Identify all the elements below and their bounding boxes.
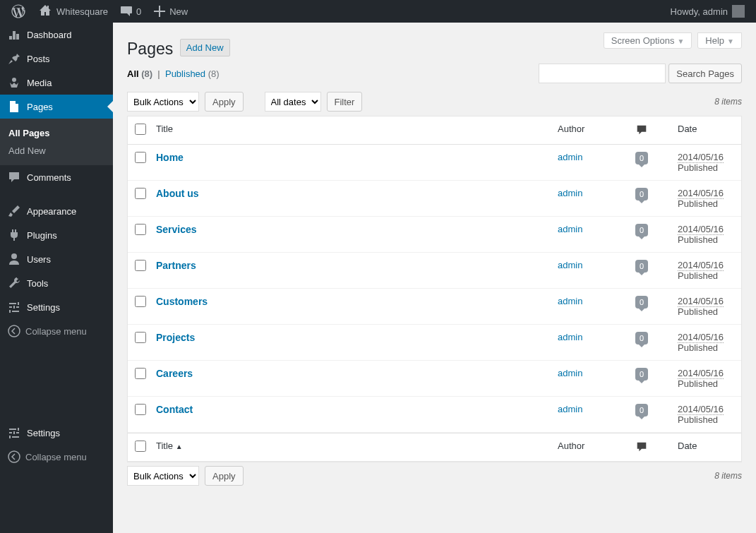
collapse-icon	[7, 324, 21, 338]
page-title-link[interactable]: About us	[156, 188, 199, 199]
menu-media[interactable]: Media	[0, 71, 113, 95]
collapse-menu[interactable]: Collapse menu	[0, 319, 113, 343]
comment-count: 0	[136, 6, 141, 17]
tf-comments[interactable]	[628, 433, 671, 461]
filter-button[interactable]: Filter	[327, 92, 363, 112]
tf-date[interactable]: Date	[671, 433, 741, 461]
page-title-link[interactable]: Partners	[156, 260, 196, 271]
th-title[interactable]: Title	[149, 116, 551, 145]
brush-icon	[7, 204, 21, 218]
row-checkbox[interactable]	[135, 332, 146, 343]
th-author[interactable]: Author	[551, 116, 628, 145]
help-button[interactable]: Help▼	[697, 32, 742, 49]
plus-icon	[152, 4, 167, 18]
author-link[interactable]: admin	[558, 152, 582, 162]
select-all-checkbox-bottom[interactable]	[135, 441, 146, 452]
wp-logo-menu[interactable]	[6, 0, 34, 23]
svg-point-0	[12, 78, 16, 82]
menu-comments[interactable]: Comments	[0, 165, 113, 189]
th-date[interactable]: Date	[671, 116, 741, 145]
th-comments[interactable]	[628, 116, 671, 145]
menu-dashboard-label: Dashboard	[27, 30, 72, 40]
row-checkbox[interactable]	[135, 404, 146, 415]
menu-separator	[0, 189, 113, 199]
menu-settings-dup[interactable]: Settings	[0, 421, 113, 445]
account-link[interactable]: Howdy, admin	[665, 0, 750, 23]
comment-count-bubble[interactable]: 0	[635, 224, 648, 236]
search-input[interactable]	[539, 64, 666, 83]
row-checkbox[interactable]	[135, 224, 146, 235]
bulk-actions-select-bottom[interactable]: Bulk Actions	[127, 466, 199, 486]
bulk-actions-select[interactable]: Bulk Actions	[127, 92, 199, 112]
author-link[interactable]: admin	[558, 368, 582, 378]
menu-pages[interactable]: Pages	[0, 95, 113, 119]
page-title-link[interactable]: Projects	[156, 332, 195, 343]
page-title-link[interactable]: Customers	[156, 296, 208, 307]
comment-count-bubble[interactable]: 0	[635, 368, 648, 381]
row-date: 2014/05/16	[678, 260, 724, 271]
menu-users-label: Users	[27, 254, 51, 265]
comment-count-bubble[interactable]: 0	[635, 404, 648, 417]
menu-plugins[interactable]: Plugins	[0, 223, 113, 247]
row-date: 2014/05/16	[678, 188, 724, 199]
items-count-bottom: 8 items	[714, 471, 742, 481]
new-content-link[interactable]: New	[147, 0, 193, 23]
menu-appearance[interactable]: Appearance	[0, 199, 113, 223]
menu-plugins-label: Plugins	[27, 230, 57, 241]
page-title-link[interactable]: Services	[156, 224, 197, 235]
apply-button-bottom[interactable]: Apply	[205, 466, 244, 486]
media-icon	[7, 76, 21, 90]
tf-title[interactable]: Title ▲	[149, 433, 551, 461]
menu-posts-label: Posts	[27, 54, 50, 64]
tablenav-top: Bulk Actions Apply All dates Filter 8 it…	[127, 88, 742, 116]
menu-posts[interactable]: Posts	[0, 47, 113, 71]
site-name-link[interactable]: Whitesquare	[34, 0, 114, 23]
menu-settings[interactable]: Settings	[0, 295, 113, 319]
table-row: Customersadmin02014/05/16Published	[128, 289, 741, 325]
add-new-button[interactable]: Add New	[180, 39, 230, 56]
menu-dashboard[interactable]: Dashboard	[0, 23, 113, 47]
items-count-top: 8 items	[714, 97, 742, 107]
page-title-link[interactable]: Careers	[156, 368, 193, 379]
row-checkbox[interactable]	[135, 152, 146, 163]
author-link[interactable]: admin	[558, 404, 582, 414]
row-status: Published	[678, 270, 718, 281]
comment-count-bubble[interactable]: 0	[635, 332, 648, 345]
screen-options-label: Screen Options	[611, 35, 675, 46]
page-title-link[interactable]: Home	[156, 152, 184, 163]
tf-author[interactable]: Author	[551, 433, 628, 461]
comment-count-bubble[interactable]: 0	[635, 296, 648, 309]
row-checkbox[interactable]	[135, 368, 146, 379]
author-link[interactable]: admin	[558, 224, 582, 234]
date-filter-select[interactable]: All dates	[265, 92, 321, 112]
table-row: Projectsadmin02014/05/16Published	[128, 325, 741, 361]
comment-count-bubble[interactable]: 0	[635, 260, 648, 273]
author-link[interactable]: admin	[558, 296, 582, 306]
menu-tools[interactable]: Tools	[0, 271, 113, 295]
page-title-link[interactable]: Contact	[156, 404, 193, 415]
search-pages-button[interactable]: Search Pages	[668, 64, 742, 83]
collapse-menu-dup[interactable]: Collapse menu	[0, 445, 113, 469]
row-checkbox[interactable]	[135, 260, 146, 271]
comment-count-bubble[interactable]: 0	[635, 188, 648, 200]
select-all-checkbox[interactable]	[135, 124, 146, 135]
comments-link[interactable]: 0	[114, 0, 147, 23]
row-checkbox[interactable]	[135, 188, 146, 199]
submenu-add-new[interactable]: Add New	[0, 142, 113, 160]
author-link[interactable]: admin	[558, 188, 582, 198]
filter-all[interactable]: All (8)	[127, 68, 152, 79]
menu-users[interactable]: Users	[0, 247, 113, 271]
screen-options-button[interactable]: Screen Options▼	[604, 32, 692, 49]
filter-published[interactable]: Published (8)	[165, 68, 220, 79]
row-date: 2014/05/16	[678, 332, 724, 343]
main-content: Screen Options▼ Help▼ Pages Add New All …	[113, 23, 756, 533]
author-link[interactable]: admin	[558, 260, 582, 270]
submenu-all-pages[interactable]: All Pages	[0, 124, 113, 142]
comment-count-bubble[interactable]: 0	[635, 152, 648, 164]
apply-button[interactable]: Apply	[205, 92, 244, 112]
author-link[interactable]: admin	[558, 332, 582, 342]
admin-top-bar: Whitesquare 0 New Howdy, admin	[0, 0, 756, 23]
comment-icon	[635, 124, 648, 136]
row-checkbox[interactable]	[135, 296, 146, 307]
dashboard-icon	[7, 28, 21, 42]
